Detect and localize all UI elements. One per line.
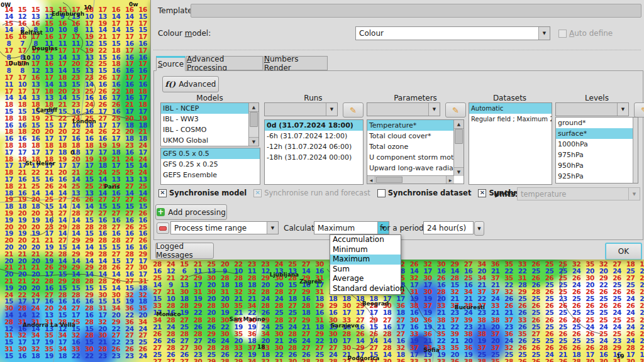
list-item[interactable]: surface* — [556, 128, 633, 139]
models-list-bottom[interactable]: GFS 0.5 x 0.5GFS 0.25 x 0.25GEFS Ensembl… — [160, 148, 260, 185]
list-item[interactable]: 950hPa — [556, 160, 633, 171]
list-item[interactable]: IBL - NCEP — [161, 103, 249, 114]
calculate-select[interactable]: Maximum ▼ — [314, 221, 389, 234]
scroll-up-icon[interactable]: ▲ — [454, 120, 464, 129]
list-item[interactable]: Total cloud cover* — [367, 131, 454, 141]
scrollbar-vertical[interactable]: ▲▼ — [453, 120, 464, 176]
tab-source[interactable]: Source — [156, 56, 186, 71]
list-item[interactable]: U component storm motion — [367, 152, 454, 163]
temperature-value: 30 — [383, 358, 392, 362]
list-item[interactable]: ground* — [556, 118, 633, 128]
scroll-up-icon[interactable]: ▲ — [249, 103, 258, 112]
list-item[interactable]: -12h (31.07.2024 06:00) — [265, 141, 363, 152]
chevron-down-icon[interactable]: ▼ — [428, 103, 440, 116]
logged-messages-button[interactable]: Logged Messages — [155, 243, 214, 259]
chevron-down-icon[interactable]: ▼ — [326, 103, 337, 116]
scrollbar-vertical[interactable] — [633, 118, 638, 183]
period-value: 24 hour(s) — [427, 224, 466, 233]
chevron-down-icon[interactable]: ▼ — [628, 188, 640, 200]
temperature-value: 22 — [72, 352, 80, 359]
list-item[interactable]: -6h (31.07.2024 12:00) — [265, 131, 363, 141]
list-item[interactable]: Regular field ; Maximum 24h — [469, 114, 552, 124]
scroll-right-icon[interactable]: ▶ — [446, 176, 454, 184]
checkbox-box[interactable] — [158, 189, 167, 197]
levels-header: Levels — [555, 94, 638, 102]
list-item[interactable]: 1000hPa — [556, 139, 633, 150]
chevron-down-icon[interactable]: ▼ — [538, 27, 550, 40]
checkbox-synchronise-dataset[interactable]: Synchronise dataset — [377, 189, 472, 197]
runs-list[interactable]: 0d (31.07.2024 18:00)-6h (31.07.2024 12:… — [264, 119, 364, 185]
temperature-value: 30 — [599, 358, 608, 362]
list-item[interactable]: Automatic — [469, 103, 552, 114]
models-list-top[interactable]: ▲▼ IBL - NCEPIBL - WW3IBL - COSMOUKMO Gl… — [160, 102, 259, 146]
list-item[interactable]: GFS 0.5 x 0.5 — [161, 148, 260, 159]
scroll-left-icon[interactable]: ◀ — [367, 176, 375, 184]
list-item[interactable]: Upward long-wave radiation — [367, 163, 454, 173]
checkbox-synchronise-model[interactable]: Synchronise model — [158, 189, 247, 197]
period-select[interactable]: 24 hour(s) — [423, 221, 474, 234]
list-item[interactable]: 975hPa — [556, 150, 633, 160]
list-item[interactable]: -18h (31.07.2024 00:00) — [265, 152, 363, 163]
temperature-value: 29 — [207, 358, 216, 362]
checkbox-box[interactable] — [478, 189, 486, 197]
process-type-select[interactable]: Process time range ▼ — [170, 221, 279, 234]
levels-list[interactable]: ground*surface*1000hPa975hPa950hPa925hPa — [555, 117, 638, 184]
dropdown-option[interactable]: Sum — [330, 265, 401, 275]
template-input[interactable] — [191, 4, 641, 18]
map-annotation: 19 — [616, 353, 625, 359]
list-item[interactable]: Temperature* — [367, 120, 454, 131]
levels-filter-select[interactable]: ▼ — [555, 102, 629, 116]
colour-model-select[interactable]: Colour ▼ — [355, 26, 550, 40]
remove-processing-button[interactable] — [157, 222, 169, 234]
checkbox-box[interactable] — [377, 189, 386, 197]
tab-numbers-render[interactable]: Numbers Render — [264, 56, 328, 70]
scroll-thumb[interactable] — [376, 177, 402, 183]
ok-button[interactable]: OK — [605, 243, 642, 260]
city-label: Paris — [104, 184, 119, 190]
advanced-button[interactable]: f() Advanced — [162, 76, 219, 92]
temperature-value: 26 — [545, 358, 554, 362]
datasets-list[interactable]: AutomaticRegular field ; Maximum 24h — [469, 102, 552, 185]
units-select[interactable]: temperature ▼ — [517, 187, 640, 200]
parameters-filter-select[interactable]: ▼ — [367, 102, 440, 116]
checkbox-box[interactable] — [253, 189, 262, 197]
list-item[interactable]: IBL - WW3 — [161, 114, 249, 124]
scrollbar-horizontal[interactable]: ◀▶ — [367, 175, 454, 184]
dropdown-option[interactable]: Standard deviation — [330, 284, 401, 294]
list-item[interactable]: GEFS Ensemble — [161, 170, 260, 180]
list-item[interactable]: 925hPa — [556, 171, 633, 182]
dropdown-option[interactable]: Minimum — [330, 245, 401, 255]
field-properties-dialog: Template: Colour model: Colour ▼ Auto de… — [150, 0, 644, 260]
temperature-value: 31 — [275, 358, 284, 362]
period-chevron-button[interactable]: ▼ — [474, 221, 484, 236]
dropdown-option[interactable]: Accumulation — [330, 235, 401, 245]
auto-define-box[interactable] — [558, 30, 567, 38]
dropdown-option[interactable]: Maximum — [330, 255, 401, 265]
checkbox-synchronise-run-and-forecast[interactable]: Synchronise run and forecast — [253, 189, 370, 197]
add-processing-button[interactable]: + Add processing — [155, 204, 227, 220]
list-item[interactable]: 0d (31.07.2024 18:00) — [265, 120, 363, 131]
scroll-thumb[interactable] — [250, 112, 258, 127]
models-header: Models — [160, 94, 259, 102]
temperature-value: 32 — [261, 358, 270, 362]
levels-edit-button[interactable]: ✎ — [634, 102, 644, 118]
scrollbar-vertical[interactable]: ▲▼ — [248, 103, 258, 146]
temperature-value: 31 — [423, 358, 432, 362]
auto-define-checkbox[interactable]: Auto define — [558, 29, 613, 38]
list-item[interactable]: UKMO Global — [161, 135, 249, 146]
list-item[interactable]: Total ozone — [367, 141, 454, 152]
scroll-thumb[interactable] — [455, 129, 463, 144]
parameters-edit-button[interactable]: ✎ — [445, 102, 466, 118]
scroll-down-icon[interactable]: ▼ — [249, 137, 258, 146]
scroll-down-icon[interactable]: ▼ — [454, 167, 464, 176]
runs-filter-select[interactable]: ▼ — [264, 102, 338, 116]
chevron-down-icon[interactable]: ▼ — [617, 103, 628, 116]
tab-advanced-processing[interactable]: Advanced Processing — [186, 56, 263, 70]
list-item[interactable]: GFS 0.25 x 0.25 — [161, 159, 260, 170]
chevron-down-icon[interactable]: ▼ — [267, 222, 278, 234]
ok-label: OK — [618, 247, 629, 256]
parameters-list[interactable]: ▲▼ ◀▶ Temperature*Total cloud cover*Tota… — [367, 119, 464, 184]
runs-edit-button[interactable]: ✎ — [343, 102, 364, 118]
list-item[interactable]: IBL - COSMO — [161, 124, 249, 135]
dropdown-option[interactable]: Average — [330, 274, 401, 284]
